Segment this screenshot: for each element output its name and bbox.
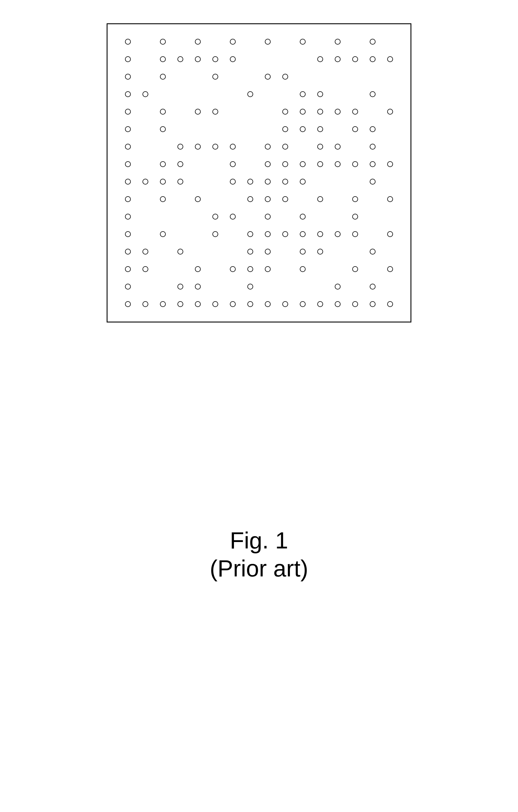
circle-marker	[265, 144, 271, 150]
grid-cell	[136, 51, 154, 68]
grid-cell	[119, 243, 136, 260]
grid-cell	[154, 243, 172, 260]
grid-cell	[207, 85, 224, 103]
grid-cell	[259, 85, 276, 103]
grid-cell	[224, 191, 242, 208]
grid-cell	[242, 243, 259, 260]
grid-cell	[294, 191, 311, 208]
circle-marker	[317, 144, 323, 150]
grid-cell	[224, 243, 242, 260]
circle-marker	[143, 91, 148, 97]
grid-cell	[136, 173, 154, 191]
grid-cell	[259, 225, 276, 243]
grid-cell	[364, 120, 382, 138]
grid-cell	[119, 278, 136, 295]
grid-cell	[364, 103, 382, 120]
grid-cell	[294, 295, 311, 313]
grid-cell	[346, 208, 364, 225]
grid-cell	[346, 295, 364, 313]
grid-cell	[119, 208, 136, 225]
grid-cell	[364, 278, 382, 295]
grid-cell	[276, 225, 294, 243]
grid-cell	[294, 103, 311, 120]
grid-cell	[136, 85, 154, 103]
grid-cell	[154, 103, 172, 120]
grid-cell	[276, 85, 294, 103]
circle-marker	[125, 231, 131, 237]
grid-cell	[242, 103, 259, 120]
grid-cell	[346, 260, 364, 278]
circle-marker	[300, 249, 306, 255]
grid-cell	[382, 260, 399, 278]
circle-marker	[230, 161, 236, 167]
circle-marker	[212, 74, 218, 80]
grid-cell	[329, 208, 346, 225]
grid-cell	[259, 120, 276, 138]
grid-cell	[364, 33, 382, 51]
grid-cell	[224, 120, 242, 138]
circle-marker	[387, 109, 393, 115]
grid-cell	[207, 225, 224, 243]
grid-cell	[294, 260, 311, 278]
grid-cell	[154, 33, 172, 51]
grid-cell	[329, 191, 346, 208]
grid-cell	[136, 120, 154, 138]
grid-cell	[311, 278, 329, 295]
grid-cell	[207, 68, 224, 85]
grid-cell	[259, 51, 276, 68]
circle-marker	[387, 266, 393, 272]
circle-marker	[160, 126, 166, 132]
grid-cell	[382, 191, 399, 208]
grid-cell	[224, 103, 242, 120]
circle-marker	[177, 249, 183, 255]
circle-marker	[230, 266, 236, 272]
circle-marker	[317, 91, 323, 97]
grid-cell	[189, 68, 207, 85]
grid-cell	[136, 225, 154, 243]
grid-cell	[154, 295, 172, 313]
grid-cell	[382, 155, 399, 173]
circle-marker	[195, 56, 201, 62]
circle-marker	[282, 74, 288, 80]
circle-marker	[370, 39, 375, 45]
grid-cell	[259, 68, 276, 85]
grid-cell	[259, 260, 276, 278]
grid-cell	[364, 68, 382, 85]
grid-cell	[364, 225, 382, 243]
circle-marker	[212, 144, 218, 150]
grid-cell	[276, 278, 294, 295]
circle-marker	[247, 249, 253, 255]
grid-cell	[382, 85, 399, 103]
grid-cell	[119, 155, 136, 173]
grid-cell	[329, 225, 346, 243]
grid-cell	[276, 68, 294, 85]
circle-marker	[282, 144, 288, 150]
grid-cell	[189, 51, 207, 68]
circle-marker	[247, 196, 253, 202]
circle-marker	[300, 109, 306, 115]
circle-marker	[125, 109, 131, 115]
grid-cell	[382, 225, 399, 243]
circle-marker	[125, 249, 131, 255]
grid-cell	[172, 260, 189, 278]
grid-cell	[242, 155, 259, 173]
grid-cell	[276, 243, 294, 260]
circle-marker	[300, 126, 306, 132]
grid-cell	[364, 85, 382, 103]
circle-marker	[125, 56, 131, 62]
circle-marker	[282, 231, 288, 237]
grid-cell	[119, 68, 136, 85]
circle-marker	[125, 39, 131, 45]
circle-marker	[265, 214, 271, 220]
grid-cell	[364, 155, 382, 173]
circle-marker	[300, 266, 306, 272]
grid-cell	[311, 103, 329, 120]
circle-marker	[265, 301, 271, 307]
grid-cell	[207, 191, 224, 208]
grid-cell	[276, 138, 294, 155]
grid-cell	[242, 173, 259, 191]
grid-cell	[346, 103, 364, 120]
circle-marker	[160, 196, 166, 202]
grid-cell	[207, 155, 224, 173]
grid-cell	[172, 51, 189, 68]
